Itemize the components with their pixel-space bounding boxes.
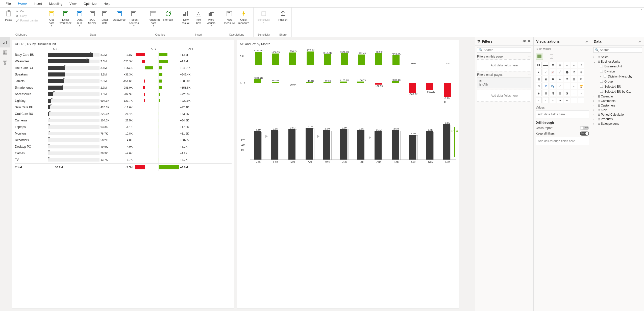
expand-icon[interactable]: › xyxy=(593,117,597,121)
viz-type-36[interactable]: ▴ xyxy=(543,97,549,103)
bu-row[interactable]: Wearables 7.5M -323.3K +1.6M xyxy=(15,58,232,65)
viz-type-26[interactable]: ▭ xyxy=(571,83,577,89)
expand-icon[interactable]: › xyxy=(600,75,603,78)
table-view-button[interactable] xyxy=(0,47,10,58)
report-canvas[interactable]: AC, PL, PY by BusinessUnit AC ↓ ΔPY ΔPL … xyxy=(10,37,475,311)
field-checkbox[interactable] xyxy=(604,75,607,78)
publish-button[interactable]: Publish xyxy=(277,9,289,22)
viz-type-24[interactable]: ⎇ xyxy=(557,83,563,89)
viz-type-15[interactable]: ▣ xyxy=(543,76,549,82)
bu-row[interactable]: Oral Care BU 220.6K -21.4K +33.2K xyxy=(15,111,232,117)
bu-row[interactable]: Accessories 1.0M -82.9K +228.9K xyxy=(15,91,232,97)
dataverse-button[interactable]: Dataverse xyxy=(111,9,127,28)
bu-row[interactable]: Tablets 2.9M -151.6K +588.0K xyxy=(15,78,232,84)
cut-button[interactable]: ✂Cut xyxy=(15,9,24,14)
viz-type-11[interactable]: ⬤ xyxy=(564,69,570,75)
bu-row[interactable]: Monitors 78.7K -10.8K +11.9K xyxy=(15,130,232,137)
field-row[interactable]: ›Division Hierarchy xyxy=(593,74,642,79)
table-comments[interactable]: ›⊞Comments xyxy=(593,99,642,103)
viz-type-41[interactable]: ⬞ xyxy=(578,97,584,103)
viz-type-4[interactable]: ⏛ xyxy=(564,62,570,68)
collapse-button[interactable]: ≫ xyxy=(638,40,641,43)
visual-monthly[interactable]: AC and PY by Month ΔPL +756.6K+658.7K+70… xyxy=(237,40,459,308)
format-tab[interactable] xyxy=(548,53,555,60)
refresh-button[interactable]: Refresh xyxy=(162,9,175,28)
viz-type-0[interactable]: ▮▮ xyxy=(536,62,542,68)
viz-type-3[interactable]: ▤ xyxy=(557,62,563,68)
more-icon[interactable]: ⋯ xyxy=(528,55,531,58)
bu-row[interactable]: Skin Care BU 420.5K -11.6K +42.4K xyxy=(15,104,232,111)
viz-type-29[interactable]: ⬒ xyxy=(543,90,549,96)
viz-type-17[interactable]: ◈ xyxy=(557,76,563,82)
viz-type-5[interactable]: ▭ xyxy=(571,62,577,68)
filter-card-kpi[interactable]: KPI is (All) xyxy=(477,77,531,88)
field-row[interactable]: BusinessUnit xyxy=(593,64,642,69)
viz-type-32[interactable]: ⬔ xyxy=(564,90,570,96)
viz-type-13[interactable]: ◎ xyxy=(578,69,584,75)
table-calendar[interactable]: ›⊞Calendar xyxy=(593,94,642,99)
sql-server-button[interactable]: SQL Server xyxy=(86,9,98,28)
viz-type-28[interactable]: ◐ xyxy=(536,90,542,96)
viz-type-19[interactable]: ▥ xyxy=(571,76,577,82)
build-tab[interactable] xyxy=(536,53,543,60)
viz-type-22[interactable]: R xyxy=(543,83,549,89)
viz-type-1[interactable]: ▬▬ xyxy=(543,62,549,68)
quick-measure-button[interactable]: Quick measure xyxy=(237,9,251,25)
visual-bu-breakdown[interactable]: AC, PL, PY by BusinessUnit AC ↓ ΔPY ΔPL … xyxy=(12,40,234,308)
model-view-button[interactable] xyxy=(0,58,10,68)
viz-type-12[interactable]: ◔ xyxy=(571,69,577,75)
ribbon-collapse-button[interactable]: ˄ xyxy=(638,8,644,13)
field-checkbox[interactable] xyxy=(600,90,603,93)
viz-type-30[interactable]: ⇶ xyxy=(550,90,556,96)
expand-icon[interactable]: › xyxy=(593,104,597,107)
play-icon[interactable] xyxy=(444,100,446,103)
field-checkbox[interactable] xyxy=(600,85,603,88)
expand-icon[interactable]: › xyxy=(593,95,597,98)
recent-sources-button[interactable]: Recent sources▾ xyxy=(128,9,140,28)
expand-icon[interactable]: › xyxy=(593,55,597,59)
bu-row[interactable]: Desktop PC 49.9K -4.9K +8.2K xyxy=(15,143,232,150)
viz-type-7[interactable]: ▲ xyxy=(536,69,542,75)
drillthrough-well[interactable]: Add drill-through fields here xyxy=(536,137,589,145)
bu-row[interactable]: Games 38.3K +4.6K +1.2K xyxy=(15,150,232,157)
viz-type-18[interactable]: 🗺 xyxy=(564,76,570,82)
viz-type-14[interactable]: ▦ xyxy=(536,76,542,82)
viz-type-37[interactable]: ▾ xyxy=(550,97,556,103)
menu-insert[interactable]: Insert xyxy=(30,0,46,7)
field-row[interactable]: Selected BU by C... xyxy=(593,89,642,94)
transform-data-button[interactable]: Transform data▾ xyxy=(146,9,161,28)
menu-optimize[interactable]: Optimize xyxy=(80,0,100,7)
field-checkbox[interactable] xyxy=(600,65,603,68)
filters-page-well[interactable]: Add data fields here xyxy=(477,59,531,71)
enter-data-button[interactable]: Enter data xyxy=(99,9,111,28)
viz-type-16[interactable]: ⬢ xyxy=(550,76,556,82)
viz-type-6[interactable]: ⊻ xyxy=(578,62,584,68)
expand-icon[interactable]: › xyxy=(593,108,597,112)
expand-icon[interactable]: ⌄ xyxy=(593,60,597,63)
field-checkbox[interactable] xyxy=(600,80,603,83)
viz-type-34[interactable]: ▪ xyxy=(578,90,584,96)
table-customers[interactable]: ›⊞Customers xyxy=(593,103,642,108)
viz-type-38[interactable]: ◂ xyxy=(557,97,563,103)
cross-report-toggle[interactable]: Off xyxy=(580,126,589,130)
report-view-button[interactable] xyxy=(0,37,10,47)
hide-icon[interactable]: 👁 xyxy=(523,39,526,43)
new-measure-button[interactable]: New measure xyxy=(222,9,236,25)
field-row[interactable]: Division xyxy=(593,69,642,74)
menu-view[interactable]: View xyxy=(66,0,80,7)
bu-row[interactable]: Smartphones 2.7M -283.9K +553.5K xyxy=(15,84,232,91)
filters-all-well[interactable]: Add data fields here xyxy=(477,90,531,102)
viz-type-39[interactable]: ▸ xyxy=(564,97,570,103)
paste-button[interactable]: Paste xyxy=(3,9,15,23)
more-visuals-button[interactable]: More visuals▾ xyxy=(205,9,217,28)
viz-type-35[interactable]: ▫ xyxy=(536,97,542,103)
bu-row[interactable]: Cameras 104.3K -27.5K +34.8K xyxy=(15,117,232,124)
bu-row[interactable]: Recorders 50.2K +4.0K +382.5 xyxy=(15,137,232,143)
bu-row[interactable]: Speakers 3.1M +38.3K +642.4K xyxy=(15,71,232,78)
menu-modeling[interactable]: Modeling xyxy=(45,0,66,7)
collapse-button[interactable]: ≫ xyxy=(585,40,588,43)
data-hub-button[interactable]: Data hub▾ xyxy=(73,9,86,28)
table-salespersons[interactable]: ›⊞Salespersons xyxy=(593,121,642,126)
bu-row[interactable]: Lighting 604.6K -127.7K +222.9K xyxy=(15,97,232,104)
values-well[interactable]: Add data fields here xyxy=(536,110,589,118)
